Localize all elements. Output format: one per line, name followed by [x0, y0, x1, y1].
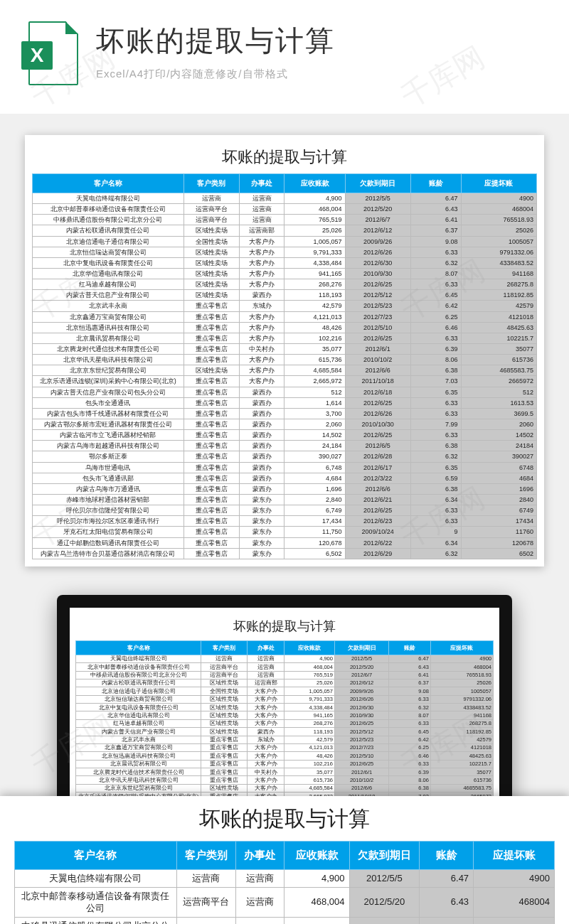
table-cell: 大客户办: [239, 322, 284, 333]
table-cell: 765,519: [284, 671, 334, 679]
table-cell: 6.47: [420, 870, 474, 888]
table-cell: 内蒙古普天信息产业有限公司: [33, 290, 184, 301]
table-cell: 6.33: [410, 408, 461, 419]
table-cell: 重点零售店: [184, 376, 239, 387]
column-header: 客户类别: [176, 842, 235, 870]
table-cell: 2012/6/12: [334, 679, 388, 687]
table-cell: 重点零售店: [184, 419, 239, 429]
table-cell: 运营商平台: [201, 671, 248, 679]
table-row: 内蒙古普天信息产业有限公司区域性卖场蒙西办118,1932012/5/126.4…: [33, 290, 537, 301]
table-cell: 4121018: [461, 311, 536, 322]
table-cell: 2012/5/12: [345, 290, 410, 301]
table-cell: 大客户办: [247, 760, 284, 768]
table-cell: 大客户办: [247, 711, 284, 719]
table-cell: 中移鼎讯通信股份有限公司北京分公司: [15, 917, 177, 924]
table-cell: 北京华讯天星电讯科技有限公司: [33, 355, 184, 365]
table-cell: 9,791,333: [284, 695, 334, 703]
table-cell: 大客户办: [239, 247, 284, 257]
table-row: 北京京东世纪贸易有限公司区域性卖场大客户办4,685,5842012/6/66.…: [76, 784, 494, 792]
table-cell: 运营商: [201, 655, 248, 662]
table-cell: 6,502: [284, 548, 345, 559]
spreadsheet-preview-card: 坏账的提取与计算 客户名称客户类别办事处应收账款欠款到期日账龄应提坏账 天翼电信…: [25, 135, 544, 566]
sheet-title: 坏账的提取与计算: [32, 142, 537, 173]
table-cell: 中关村办: [239, 343, 284, 354]
table-row: 包头市全通通讯重点零售店蒙西办1,6142012/6/256.331613.53: [33, 397, 537, 408]
table-cell: 6.35: [410, 462, 461, 473]
table-row: 天翼电信终端有限公司运营商运营商4,9002012/5/56.474900: [76, 655, 494, 662]
table-row: 北京华信通电讯有限公司区域性卖场大客户办941,1652010/9/308.07…: [76, 711, 494, 719]
table-cell: 2012/6/7: [349, 917, 420, 924]
table-cell: 北京鑫通万宝商贸有限公司: [33, 311, 184, 322]
table-cell: 北京腾龙时代通信技术有限责任公司: [76, 768, 201, 776]
table-cell: 4,900: [284, 870, 349, 888]
table-cell: 4,685,584: [284, 784, 334, 792]
table-row: 内蒙古乌兰浩特市合贝基通信器材消店有限公司重点零售店蒙东办6,5022012/6…: [33, 548, 537, 559]
table-cell: 重点零售店: [184, 311, 239, 322]
table-cell: 14,502: [284, 430, 345, 441]
table-cell: 运营商: [247, 655, 284, 662]
table-row: 北京乐语通讯连锁(深圳)采购中心有限公司(北京)重点零售店大客户办2,665,9…: [33, 376, 537, 387]
table-cell: 6.45: [389, 728, 431, 736]
table-cell: 区域性卖场: [184, 279, 239, 290]
table-cell: 8.07: [410, 268, 461, 279]
table-row: 北京中复电讯设备有限责任公司区域性卖场大客户办4,338,4842012/6/3…: [76, 704, 494, 711]
table-cell: 北京华讯天星电讯科技有限公司: [76, 776, 201, 784]
table-row: 北京迪信通电子通信有限公司全国性卖场大客户办1,005,0572009/9/26…: [76, 687, 494, 695]
table-row: 北京腾龙时代通信技术有限责任公司重点零售店中关村办35,0772012/6/16…: [76, 768, 494, 776]
table-cell: 118,193: [284, 728, 334, 736]
table-cell: 2012/6/26: [334, 695, 388, 703]
table-cell: 运营商: [236, 887, 284, 917]
table-cell: 6749: [461, 505, 536, 516]
table-cell: 2012/5/5: [349, 870, 420, 888]
table-cell: 6.41: [420, 917, 474, 924]
table-cell: 2012/6/1: [334, 768, 388, 776]
table-cell: 运营商平台: [176, 887, 235, 917]
table-cell: 2012/6/7: [345, 215, 410, 225]
table-cell: 1696: [461, 483, 536, 494]
table-row: 北京中邮普泰移动通信设备有限责任公司运营商平台运营商468,0042012/5/…: [33, 204, 537, 215]
table-cell: 北京恒信瑞达商贸有限公司: [33, 247, 184, 257]
table-cell: 赤峰市地球村通信器材营销部: [33, 494, 184, 505]
table-cell: 北京晨讯贸易有限公司: [76, 760, 201, 768]
table-row: 北京京东世纪贸易有限公司区域性卖场大客户办4,685,5842012/6/66.…: [33, 365, 537, 376]
table-cell: 2012/6/17: [345, 462, 410, 473]
table-cell: 8.07: [389, 711, 431, 719]
table-cell: 2,060: [284, 419, 345, 429]
table-cell: 512: [284, 387, 345, 397]
data-table: 客户名称客户类别办事处应收账款欠款到期日账龄应提坏账 天翼电信终端有限公司运营商…: [32, 173, 537, 559]
table-cell: 6.39: [410, 343, 461, 354]
table-cell: 2012/6/28: [345, 451, 410, 462]
table-cell: 268275.8: [461, 279, 536, 290]
excel-file-icon: X: [28, 21, 78, 85]
table-cell: 6.46: [389, 752, 431, 760]
table-cell: 内蒙古乌海市超越通讯科技有限公司: [33, 441, 184, 451]
table-cell: 2012/6/1: [345, 343, 410, 354]
table-cell: 天翼电信终端有限公司: [33, 193, 184, 204]
table-cell: 24184: [461, 441, 536, 451]
table-cell: 区域性卖场: [201, 784, 248, 792]
table-cell: 蒙东办: [239, 537, 284, 548]
table-cell: 大客户办: [239, 365, 284, 376]
table-cell: 区域性卖场: [201, 704, 248, 711]
table-cell: 48,426: [284, 322, 345, 333]
table-cell: 内蒙古普天信息产业有限公司包头分公司: [33, 387, 184, 397]
table-cell: 大客户办: [247, 704, 284, 711]
column-header: 办事处: [247, 640, 284, 655]
table-cell: 重点零售店: [184, 473, 239, 483]
table-cell: 941168: [430, 711, 493, 719]
table-row: 北京武丰永商重点零售店东城办42,5792012/5/236.4242579: [33, 301, 537, 311]
table-cell: 内蒙古松联通讯有限责任公司: [33, 225, 184, 236]
table-cell: 运营商部: [247, 679, 284, 687]
table-cell: 8.06: [410, 355, 461, 365]
hero-header: X 坏账的提取与计算 Excel/A4打印/内容随意修改/自带格式: [0, 0, 569, 114]
table-cell: 呼伦贝尔市海拉尔区东区泰通讯书行: [33, 516, 184, 527]
table-cell: 蒙西办: [239, 473, 284, 483]
table-cell: 468,004: [284, 663, 334, 671]
excel-x-badge: X: [21, 41, 53, 70]
table-cell: 蒙西办: [239, 451, 284, 462]
table-row: 北京武丰永商重点零售店东城办42,5792012/5/236.4242579: [76, 736, 494, 743]
table-cell: 1,696: [284, 483, 345, 494]
table-cell: 运营商: [247, 663, 284, 671]
table-cell: 2012/3/22: [345, 473, 410, 483]
table-cell: 2012/6/25: [334, 719, 388, 727]
